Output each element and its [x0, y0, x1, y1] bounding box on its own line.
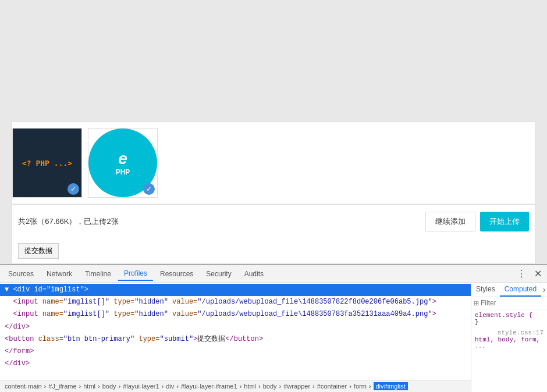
button-group: 继续添加 开始上传: [425, 212, 529, 231]
breadcrumb-bar: content-main › #J_iframe › html › body ›…: [0, 380, 471, 392]
dom-line-1: <input name="imglist[]" type="hidden" va…: [0, 296, 471, 308]
tab-network[interactable]: Network: [41, 268, 78, 280]
breadcrumb-j-iframe[interactable]: #J_iframe: [48, 383, 76, 390]
image-thumb-2: e PHP ✓: [88, 128, 158, 198]
devtools-tab-right: ⋮ ✕: [514, 267, 545, 281]
check-mark-2: ✓: [143, 183, 155, 195]
dom-content: ▼ <div id="imglist"> <input name="imglis…: [0, 283, 471, 380]
submit-btn-area: 提交数据: [12, 238, 535, 263]
breadcrumb-form[interactable]: form: [354, 383, 367, 390]
style-close: }: [475, 319, 544, 326]
styles-panel-tabs: Styles Computed ›: [471, 283, 547, 297]
check-mark-1: ✓: [68, 183, 79, 195]
page-top: <? PHP ...> ✓ e PHP ✓ 共2张（67.66K），已上传2张: [0, 0, 547, 264]
styles-filter: ⊞ .cls + ⊕: [471, 297, 547, 309]
tab-computed[interactable]: Computed: [500, 283, 541, 297]
breadcrumb-div[interactable]: div: [166, 383, 174, 390]
breadcrumb-div-imglist[interactable]: div#imglist: [374, 382, 408, 390]
style-rule-element: element.style { }: [475, 312, 544, 326]
tab-sources[interactable]: Sources: [2, 268, 40, 280]
tab-profiles[interactable]: Profiles: [118, 267, 153, 281]
upload-info-bar: 共2张（67.66K），已上传2张 继续添加 开始上传: [12, 204, 535, 238]
breadcrumb-html-2[interactable]: html: [244, 383, 256, 390]
dom-line-selected[interactable]: ▼ <div id="imglist">: [0, 284, 471, 296]
dom-line-3: </div>: [0, 321, 471, 333]
breadcrumb-html-1[interactable]: html: [83, 383, 95, 390]
styles-panel: Styles Computed › ⊞ .cls + ⊕ element.sty…: [471, 283, 547, 392]
image-thumb-1: <? PHP ...> ✓: [12, 128, 82, 198]
styles-more-button[interactable]: ›: [541, 283, 547, 297]
breadcrumb-container[interactable]: #container: [317, 383, 347, 390]
style-selector-element: element.style {: [475, 312, 544, 319]
dom-line-5: </form>: [0, 345, 471, 358]
style-file-ref[interactable]: style.css:17: [475, 329, 544, 336]
content-card: <? PHP ...> ✓ e PHP ✓ 共2张（67.66K），已上传2张: [12, 122, 535, 264]
devtools-close-button[interactable]: ✕: [531, 267, 545, 281]
start-upload-button[interactable]: 开始上传: [480, 212, 529, 231]
devtools-body: ▼ <div id="imglist"> <input name="imglis…: [0, 283, 547, 392]
dom-panel: ▼ <div id="imglist"> <input name="imglis…: [0, 283, 471, 392]
devtools-tabs: Sources Network Timeline Profiles Resour…: [0, 265, 547, 283]
breadcrumb-layui-iframe1[interactable]: #layui-layer-iframe1: [181, 383, 237, 390]
tab-timeline[interactable]: Timeline: [79, 268, 117, 280]
style-selector-html: html, body, form,: [475, 336, 544, 343]
styles-content: element.style { } style.css:17 html, bod…: [471, 309, 547, 392]
style-rule-css: style.css:17 html, body, form, ...: [475, 329, 544, 350]
filter-input[interactable]: [481, 299, 547, 307]
tab-security[interactable]: Security: [200, 268, 237, 280]
image-preview-area: <? PHP ...> ✓ e PHP ✓: [12, 122, 535, 204]
breadcrumb-body-1[interactable]: body: [102, 383, 116, 390]
upload-info-text: 共2张（67.66K），已上传2张: [18, 216, 119, 227]
dom-line-6: </div>: [0, 358, 471, 370]
tab-resources[interactable]: Resources: [154, 268, 199, 280]
style-ellipsis: ...: [475, 343, 544, 350]
breadcrumb-content-main[interactable]: content-main: [5, 383, 42, 390]
submit-data-button[interactable]: 提交数据: [18, 243, 59, 259]
devtools-panel: Sources Network Timeline Profiles Resour…: [0, 264, 547, 392]
breadcrumb-wrapper[interactable]: #wrapper: [283, 383, 310, 390]
devtools-more-button[interactable]: ⋮: [514, 267, 528, 281]
dom-line-4: <button class="btn btn-primary" type="su…: [0, 333, 471, 345]
breadcrumb-layui-layer1[interactable]: #layui-layer1: [123, 383, 159, 390]
continue-add-button[interactable]: 继续添加: [425, 212, 475, 231]
filter-icon: ⊞: [474, 300, 479, 307]
tab-styles[interactable]: Styles: [471, 283, 500, 297]
dom-line-2: <input name="imglist[]" type="hidden" va…: [0, 308, 471, 320]
tab-audits[interactable]: Audits: [239, 268, 269, 280]
breadcrumb-body-2[interactable]: body: [263, 383, 277, 390]
